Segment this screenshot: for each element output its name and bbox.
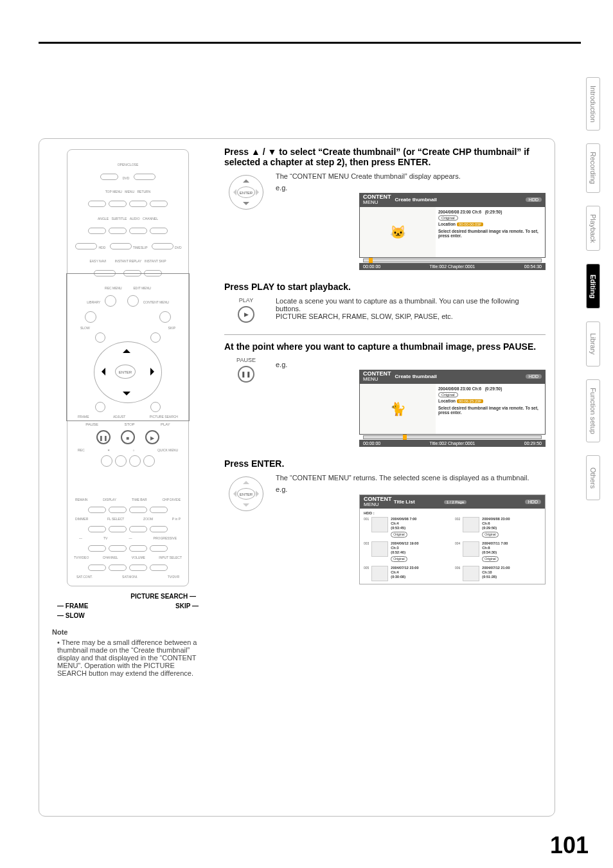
subtitle-button <box>109 228 127 234</box>
l: DVD <box>175 246 182 249</box>
l: TIME BAR <box>132 498 147 502</box>
l: PROGRESSIVE <box>154 536 177 540</box>
quick-menu-button <box>143 455 155 467</box>
l: 2004/06/08 23:00 Ch:6 <box>438 386 481 391</box>
step-4-desc: The “CONTENT MENU” returns. The selected… <box>276 474 546 482</box>
l: EASY NAVI <box>89 259 106 263</box>
skip-fwd-button <box>150 332 161 343</box>
remote-callouts: PICTURE SEARCH — — FRAME SKIP — — SLOW <box>44 593 211 619</box>
title-list-item: 0062004/07/12 21:00Ch:10(0:51:28) <box>455 566 541 581</box>
enter-label: ENTER <box>237 186 255 198</box>
osd-hint: Select desired thumbnail image via remot… <box>438 406 542 415</box>
b <box>88 565 106 571</box>
b <box>129 526 147 532</box>
osd-title: Create thumbnail <box>395 197 437 203</box>
l: MENU <box>363 376 378 382</box>
b <box>129 565 147 571</box>
timeslip-button <box>110 243 132 249</box>
menu-button <box>109 201 127 207</box>
l: SAT.MONI. <box>122 575 138 579</box>
title-list-item: 0052004/07/12 23:00Ch:4(0:30:08) <box>364 566 450 581</box>
osd-screen-2: CONTENTMENUCreate thumbnailHDD 🐈 2004/06… <box>359 370 546 447</box>
title-list-item: 0032004/06/12 19:00Ch:3(0:52:40)Original <box>364 541 450 563</box>
l: QUICK MENU <box>157 448 178 452</box>
l: INPUT SELECT <box>159 556 182 559</box>
b <box>150 545 168 552</box>
tab-editing[interactable]: Editing <box>586 264 600 309</box>
l: ANGLE <box>98 217 109 221</box>
l: PLAY <box>161 422 170 426</box>
l: ZOOM <box>143 517 153 521</box>
eg-label: e.g. <box>276 485 546 493</box>
step-1-desc: The “CONTENT MENU Create thumbnail” disp… <box>276 172 546 180</box>
note-body: There may be a small difference between … <box>57 638 204 677</box>
l: REMAIN <box>75 498 87 502</box>
l: INSTANT REPLAY <box>115 259 142 263</box>
l: STOP <box>124 422 134 426</box>
b <box>129 545 147 552</box>
drive-label: HDD : <box>364 511 541 515</box>
tab-function-setup[interactable]: Function setup <box>586 379 600 442</box>
top-menu-button <box>88 201 106 207</box>
l: 00:54:30 <box>524 264 542 269</box>
thumbnail-preview: 🐱 <box>360 207 436 257</box>
l: 00:29:50 <box>524 441 542 446</box>
callout-picture-search: PICTURE SEARCH <box>130 593 188 600</box>
l: SUBTITLE <box>111 217 127 221</box>
l: (0:29:50) <box>485 210 502 214</box>
tab-recording[interactable]: Recording <box>586 143 600 192</box>
open-close-button <box>100 174 118 180</box>
l: VOLUME <box>132 556 145 559</box>
remote-diagram: OPEN/CLOSE DVD TOP MENU MENU RETURN ANGL… <box>67 149 189 586</box>
title-list-item: 0042004/07/11 7:00Ch:8(0:54:30)Original <box>455 541 541 563</box>
l: FL SELECT <box>107 517 125 521</box>
l: Location <box>438 399 456 403</box>
tab-others[interactable]: Others <box>586 455 600 500</box>
l: TIMESLIP <box>133 246 148 249</box>
b <box>109 565 127 571</box>
label-open-close: OPEN/CLOSE <box>118 163 139 167</box>
hdd-button <box>75 243 97 249</box>
tab-introduction[interactable]: Introduction <box>586 77 600 131</box>
location-value: 00:06:25:23F <box>457 399 483 403</box>
original-badge: Original <box>438 392 458 397</box>
b <box>88 507 106 513</box>
return-button <box>129 201 147 207</box>
eg-label: e.g. <box>276 184 546 192</box>
l: RETURN <box>138 190 151 194</box>
osd-hint: Select desired thumbnail image via remot… <box>438 229 542 238</box>
step-4-heading: Press ENTER. <box>224 458 546 469</box>
step-2-desc1: Locate a scene you want to capture as a … <box>276 297 546 312</box>
l: 00:00:00 <box>363 441 380 446</box>
enter-button: ENTER <box>115 365 136 379</box>
l: MENU <box>364 502 379 507</box>
step-2-desc2: PICTURE SEARCH, FRAME, SLOW, SKIP, PAUSE… <box>276 312 546 320</box>
l: INSTANT SKIP <box>145 259 166 263</box>
tab-library[interactable]: Library <box>586 321 600 366</box>
callout-frame: FRAME <box>66 602 89 610</box>
play-icon: ▶ <box>238 306 254 323</box>
l: MENU <box>363 199 378 205</box>
title-list-heading: Title List <box>394 499 415 505</box>
l: CHP DIVIDE <box>162 498 181 502</box>
page-number: 101 <box>550 832 589 859</box>
l: DISPLAY <box>103 498 116 502</box>
play-label: PLAY <box>239 297 253 303</box>
pause-icon: ❚❚ <box>238 366 254 383</box>
dpad-mini-icon: ENTER <box>226 474 266 514</box>
pause-button: ❚❚ <box>96 430 111 444</box>
title-list-screen: CONTENTMENU Title List1 / 2 PageHDD HDD … <box>359 494 546 584</box>
eg-label: e.g. <box>276 361 546 368</box>
callout-skip: SKIP <box>175 602 190 610</box>
l: (0:29:50) <box>485 386 502 391</box>
step-1-heading: Press ▲ / ▼ to select “Create thumbnail”… <box>224 147 546 167</box>
l: TV <box>103 536 107 540</box>
l: TV/VIDEO <box>74 556 89 559</box>
page-indicator: 1 / 2 Page <box>444 500 466 504</box>
label-dvd: DVD <box>123 176 130 180</box>
l: HDD <box>98 246 105 249</box>
title-list-item: 0012004/06/08 7:00Ch:4(0:53:45)Original <box>364 517 450 539</box>
tab-playback[interactable]: Playback <box>586 206 600 251</box>
rec-button <box>101 455 112 467</box>
drive-badge: HDD <box>525 500 541 504</box>
